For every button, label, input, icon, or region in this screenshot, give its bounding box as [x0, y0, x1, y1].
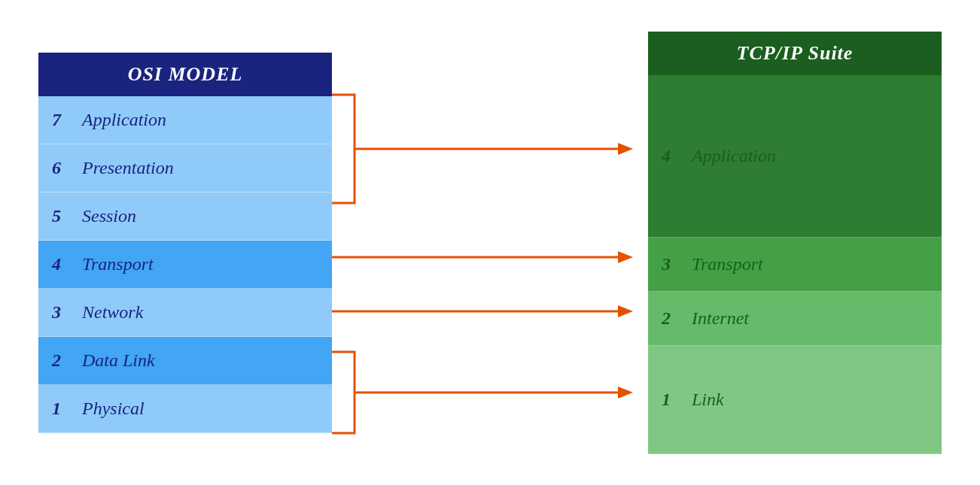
- network-arrowhead: [618, 305, 633, 317]
- osi-num-2: 2: [38, 350, 75, 371]
- link-arrowhead: [618, 386, 633, 399]
- osi-label-3: Network: [75, 289, 332, 336]
- tcpip-table: TCP/IP Suite 4 Application 3 Transport 2…: [648, 32, 942, 454]
- osi-label-7: Application: [75, 96, 332, 144]
- app-arrowhead: [618, 143, 633, 155]
- tcpip-label-3: Transport: [684, 241, 942, 288]
- tcpip-row-4: 4 Application: [648, 75, 942, 238]
- tcpip-label-1: Link: [684, 376, 942, 423]
- diagram-wrapper: OSI MODEL 7 Application 6 Presentation 5…: [0, 0, 980, 485]
- osi-row-7: 7 Application: [38, 96, 332, 144]
- osi-num-1: 1: [38, 399, 75, 419]
- osi-row-1: 1 Physical: [38, 385, 332, 433]
- osi-num-7: 7: [38, 110, 75, 130]
- tcpip-num-1: 1: [648, 390, 684, 410]
- arrows-svg: [332, 29, 648, 457]
- osi-row-5: 5 Session: [38, 192, 332, 241]
- tcpip-label-2: Internet: [684, 295, 942, 342]
- tcpip-row-3: 3 Transport: [648, 238, 942, 292]
- tcpip-row-2: 2 Internet: [648, 292, 942, 346]
- osi-row-2: 2 Data Link: [38, 337, 332, 385]
- osi-num-6: 6: [38, 158, 75, 178]
- arrow-area: [332, 29, 648, 457]
- osi-label-2: Data Link: [75, 337, 332, 384]
- osi-label-5: Session: [75, 192, 332, 240]
- tcpip-num-3: 3: [648, 254, 684, 274]
- osi-label-6: Presentation: [75, 144, 332, 192]
- osi-row-6: 6 Presentation: [38, 144, 332, 192]
- osi-num-3: 3: [38, 302, 75, 323]
- tcpip-header: TCP/IP Suite: [648, 32, 942, 75]
- osi-row-3: 3 Network: [38, 289, 332, 337]
- osi-row-4: 4 Transport: [38, 241, 332, 289]
- osi-num-5: 5: [38, 206, 75, 226]
- osi-label-4: Transport: [75, 241, 332, 288]
- osi-label-1: Physical: [75, 385, 332, 432]
- osi-num-4: 4: [38, 254, 75, 274]
- transport-arrowhead: [618, 251, 633, 263]
- tcpip-num-4: 4: [648, 146, 684, 166]
- osi-table: OSI MODEL 7 Application 6 Presentation 5…: [38, 53, 332, 433]
- tcpip-row-1: 1 Link: [648, 346, 942, 454]
- osi-header: OSI MODEL: [38, 53, 332, 96]
- tcpip-label-4: Application: [684, 132, 942, 180]
- tcpip-num-2: 2: [648, 308, 684, 329]
